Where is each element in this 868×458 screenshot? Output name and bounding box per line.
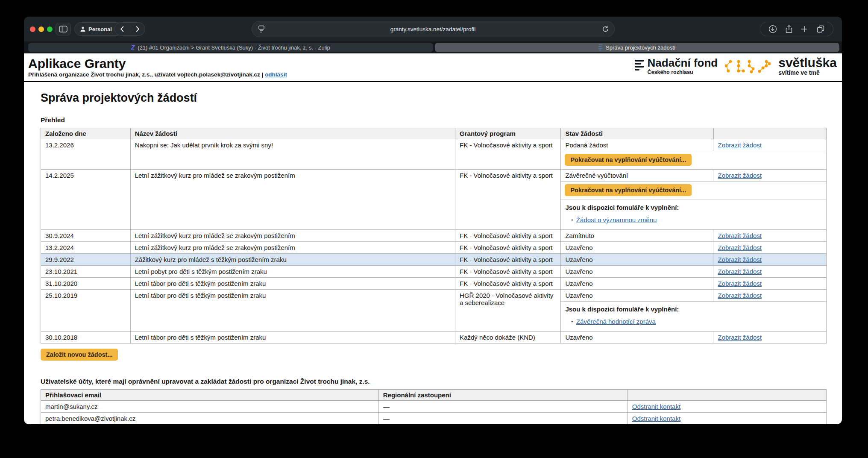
- user-email: petra.benedikova@zivotjinak.cz: [41, 413, 379, 425]
- applications-table: Založeno dne Název žádosti Grantový prog…: [41, 128, 827, 344]
- bullet-icon: ▪: [571, 217, 573, 222]
- app-status-cell: Závěrečné vyúčtováníZobrazit žádostPokra…: [561, 170, 827, 230]
- view-application-link[interactable]: Zobrazit žádost: [718, 232, 762, 239]
- remove-contact-link[interactable]: Odstranit kontakt: [632, 403, 680, 410]
- app-program: FK - Volnočasové aktivity a sport: [455, 139, 561, 170]
- users-heading: Uživatelské účty, které mají oprávnění u…: [41, 378, 827, 385]
- app-name: Letní zážitkový kurz pro mládež se zrako…: [130, 170, 455, 230]
- app-date: 13.2.2026: [41, 139, 131, 170]
- close-window-button[interactable]: [30, 26, 35, 32]
- users-tbody: martin@sukany.cz—Odstranit kontaktpetra.…: [41, 401, 827, 425]
- share-button[interactable]: [785, 25, 793, 33]
- col-user-actions: [628, 390, 826, 401]
- applications-tbody: 13.2.2026Nakopni se: Jak udělat prvník k…: [41, 139, 827, 344]
- user-region: —: [378, 413, 628, 425]
- app-status-cell: UzavřenoZobrazit žádost: [561, 242, 827, 254]
- partner-logos: Nadační fond Českého rozhlasu: [635, 57, 837, 76]
- granty-favicon-icon: [598, 44, 603, 50]
- view-application-link[interactable]: Zobrazit žádost: [718, 268, 762, 275]
- downloads-button[interactable]: [768, 25, 777, 33]
- app-status-cell: UzavřenoZobrazit žádostJsou k dispozici …: [561, 290, 827, 332]
- col-regional-office: Regionální zastoupení: [378, 390, 628, 401]
- remove-contact-link[interactable]: Odstranit kontakt: [632, 415, 680, 422]
- app-status: Závěrečné vyúčtování: [561, 170, 713, 181]
- tab-granty-active[interactable]: Správa projektových žádostí: [435, 43, 840, 52]
- sidebar-toggle-button[interactable]: [56, 23, 71, 35]
- app-date: 29.9.2022: [41, 254, 131, 266]
- view-application-link[interactable]: Zobrazit žádost: [718, 280, 762, 287]
- overview-label: Přehled: [41, 116, 827, 124]
- view-application-link[interactable]: Zobrazit žádost: [718, 172, 762, 179]
- toolbar-actions: [760, 22, 833, 36]
- tab-title: Správa projektových žádostí: [606, 44, 675, 51]
- col-founded-date: Založeno dne: [41, 128, 131, 139]
- braille-dots-icon: [724, 59, 771, 74]
- page-settings-icon[interactable]: [258, 25, 265, 33]
- view-application-link[interactable]: Zobrazit žádost: [718, 141, 762, 149]
- profile-label: Personal: [88, 26, 112, 32]
- svetluska-line1: světluška: [778, 57, 837, 69]
- reload-icon[interactable]: [602, 25, 609, 33]
- view-application-link[interactable]: Zobrazit žádost: [718, 244, 762, 251]
- form-item: ▪Žádost o významnou změnu: [571, 216, 822, 223]
- user-row: petra.benedikova@zivotjinak.cz—Odstranit…: [41, 413, 827, 425]
- app-name: Letní tábor pro děti s těžkým postižením…: [130, 278, 455, 290]
- users-table: Přihlašovací email Regionální zastoupení…: [41, 389, 827, 424]
- app-status: Zamítnuto: [561, 230, 713, 241]
- application-row: 30.10.2018Letní tábor pro děti s těžkým …: [41, 332, 827, 344]
- history-nav: [114, 22, 145, 36]
- back-button[interactable]: [115, 23, 130, 35]
- app-status: Uzavřeno: [561, 332, 713, 343]
- application-row: 13.2.2024Letní zážitkový kurz pro mládež…: [41, 242, 827, 254]
- nadacni-fond-logo: Nadační fond Českého rozhlasu: [635, 57, 718, 75]
- nf-line1: Nadační fond: [648, 57, 718, 68]
- user-actions-cell: Odstranit kontakt: [628, 401, 826, 413]
- app-date: 14.2.2025: [41, 170, 131, 230]
- app-status: Uzavřeno: [561, 242, 713, 253]
- app-program: FK - Volnočasové aktivity a sport: [455, 230, 561, 242]
- page-content: Aplikace Granty Přihlášená organizace Ži…: [24, 53, 842, 424]
- zoom-window-button[interactable]: [47, 26, 53, 32]
- app-program: FK - Volnočasové aktivity a sport: [455, 278, 561, 290]
- person-icon: [80, 26, 86, 32]
- app-date: 25.10.2019: [41, 290, 131, 332]
- application-row: 14.2.2025Letní zážitkový kurz pro mládež…: [41, 170, 827, 230]
- address-bar[interactable]: granty.svetluska.net/zadatel/profil: [252, 21, 615, 37]
- logout-link[interactable]: odhlásit: [265, 71, 287, 78]
- minimize-window-button[interactable]: [38, 26, 44, 32]
- new-tab-button[interactable]: [801, 25, 808, 33]
- app-name: Letní zážitkový kurz pro mládež se zrako…: [130, 242, 455, 254]
- tab-overview-button[interactable]: [816, 25, 825, 33]
- tab-strip: Z (21) #01 Organizacni > Grant Svetluska…: [24, 41, 842, 53]
- app-status-cell: ZamítnutoZobrazit žádost: [561, 230, 827, 242]
- sidebar-icon: [59, 26, 67, 32]
- form-link[interactable]: Závěrečná hodnotící zpráva: [576, 318, 656, 325]
- view-application-link[interactable]: Zobrazit žádost: [718, 256, 762, 263]
- col-application-name: Název žádosti: [130, 128, 455, 139]
- main-area: Správa projektových žádostí Přehled Zalo…: [24, 82, 842, 424]
- view-application-link[interactable]: Zobrazit žádost: [718, 292, 762, 299]
- user-email: martin@sukany.cz: [41, 401, 379, 413]
- app-program: FK - Volnočasové aktivity a sport: [455, 266, 561, 278]
- continue-settlement-button[interactable]: Pokračovat na vyplňování vyúčtování...: [565, 154, 692, 166]
- col-grant-program: Grantový program: [455, 128, 561, 139]
- screen: Personal gran: [0, 0, 868, 458]
- app-name: Letní zážitkový kurz pro mládež se zrako…: [130, 230, 455, 242]
- browser-window: Personal gran: [24, 17, 842, 424]
- application-row: 30.9.2024Letní zážitkový kurz pro mládež…: [41, 230, 827, 242]
- new-application-button[interactable]: Založit novou žádost...: [41, 349, 118, 361]
- form-item: ▪Závěrečná hodnotící zpráva: [571, 318, 822, 325]
- app-program: FK - Volnočasové aktivity a sport: [455, 254, 561, 266]
- application-row: 13.2.2026Nakopni se: Jak udělat prvník k…: [41, 139, 827, 170]
- form-link[interactable]: Žádost o významnou změnu: [576, 216, 657, 223]
- view-application-link[interactable]: Zobrazit žádost: [718, 334, 762, 341]
- app-status: Uzavřeno: [561, 278, 713, 289]
- zulip-favicon-icon: Z: [131, 44, 135, 50]
- application-row: 25.10.2019Letní tábor pro děti s těžkým …: [41, 290, 827, 332]
- forward-button[interactable]: [130, 23, 145, 35]
- login-info-text: Přihlášená organizace Život trochu jinak…: [28, 71, 263, 78]
- tab-title: (21) #01 Organizacni > Grant Svetluska (…: [138, 44, 330, 51]
- app-date: 13.2.2024: [41, 242, 131, 254]
- continue-settlement-button[interactable]: Pokračovat na vyplňování vyúčtování...: [565, 184, 692, 196]
- tab-zulip[interactable]: Z (21) #01 Organizacni > Grant Svetluska…: [28, 43, 433, 52]
